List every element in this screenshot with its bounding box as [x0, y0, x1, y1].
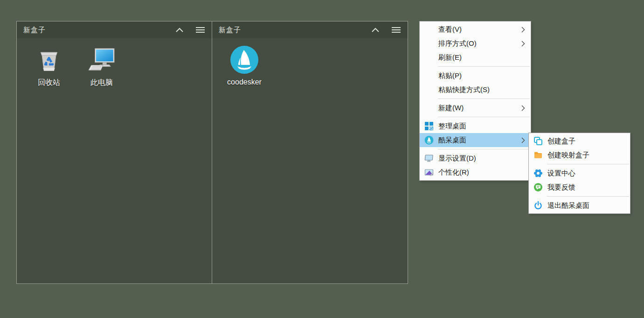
coodesker-submenu: 创建盒子 创建映射盒子 设置中心 — [528, 133, 630, 214]
submenu-arrow-icon — [521, 27, 531, 33]
context-menu: 查看(V) 排序方式(O) 刷新(E) 粘贴(P) 粘贴快捷方式(S) 新建(W… — [419, 21, 531, 181]
desktop-icon-coodesker[interactable]: coodesker — [222, 45, 267, 86]
feedback-icon — [529, 183, 547, 192]
desktop-box-right: 新盒子 coodesker — [212, 21, 408, 284]
menu-separator — [438, 99, 530, 99]
create-box-icon — [529, 136, 547, 146]
submenu-item-create-box[interactable]: 创建盒子 — [529, 134, 630, 148]
submenu-item-create-mapped-box[interactable]: 创建映射盒子 — [529, 148, 630, 162]
create-mapped-box-icon — [529, 150, 547, 160]
desktop-icon-label: coodesker — [227, 78, 262, 86]
box-header[interactable]: 新盒子 — [212, 21, 408, 38]
menu-separator — [438, 66, 530, 67]
submenu-item-exit-coodesker[interactable]: 退出酷呆桌面 — [529, 198, 630, 212]
collapse-chevron-up-icon[interactable] — [174, 26, 185, 34]
coodesker-icon — [229, 45, 259, 75]
box-header[interactable]: 新盒子 — [17, 21, 212, 38]
submenu-arrow-icon — [521, 41, 531, 47]
menu-item-coodesker[interactable]: 酷呆桌面 — [420, 133, 531, 147]
box-menu-hamburger-icon[interactable] — [195, 26, 205, 34]
menu-separator — [438, 149, 530, 149]
collapse-chevron-up-icon[interactable] — [370, 26, 381, 34]
menu-separator — [438, 117, 530, 117]
menu-item-organize-desktop[interactable]: 整理桌面 — [420, 119, 531, 133]
menu-separator — [547, 164, 629, 164]
coodesker-icon — [420, 135, 438, 145]
box-menu-hamburger-icon[interactable] — [391, 26, 401, 34]
exit-coodesker-icon — [529, 201, 547, 210]
personalize-icon — [420, 168, 438, 177]
menu-item-personalize[interactable]: 个性化(R) — [420, 165, 531, 179]
submenu-arrow-icon — [521, 105, 531, 111]
submenu-item-settings-center[interactable]: 设置中心 — [529, 166, 630, 180]
submenu-item-feedback[interactable]: 我要反馈 — [529, 180, 630, 194]
box-title: 新盒子 — [23, 26, 174, 35]
menu-item-sort-by[interactable]: 排序方式(O) — [420, 36, 531, 50]
settings-center-icon — [529, 169, 547, 178]
desktop-icon-label: 此电脑 — [90, 78, 113, 88]
box-title: 新盒子 — [219, 26, 370, 35]
menu-item-display-settings[interactable]: 显示设置(D) — [420, 151, 531, 165]
desktop-icon-recycle-bin[interactable]: 回收站 — [27, 45, 71, 88]
menu-separator — [547, 196, 629, 197]
menu-item-new[interactable]: 新建(W) — [420, 101, 531, 115]
desktop-icon-label: 回收站 — [38, 78, 60, 88]
desktop-box-left: 新盒子 回收站 — [16, 21, 212, 284]
this-pc-icon — [87, 45, 117, 75]
menu-item-paste-shortcut[interactable]: 粘贴快捷方式(S) — [420, 83, 531, 97]
menu-item-paste[interactable]: 粘贴(P) — [420, 69, 531, 83]
menu-item-view[interactable]: 查看(V) — [420, 22, 531, 36]
organize-desktop-icon — [420, 121, 438, 131]
recycle-bin-icon — [34, 45, 64, 75]
menu-item-refresh[interactable]: 刷新(E) — [420, 50, 531, 64]
desktop-icon-this-pc[interactable]: 此电脑 — [79, 45, 124, 88]
display-settings-icon — [420, 154, 438, 163]
